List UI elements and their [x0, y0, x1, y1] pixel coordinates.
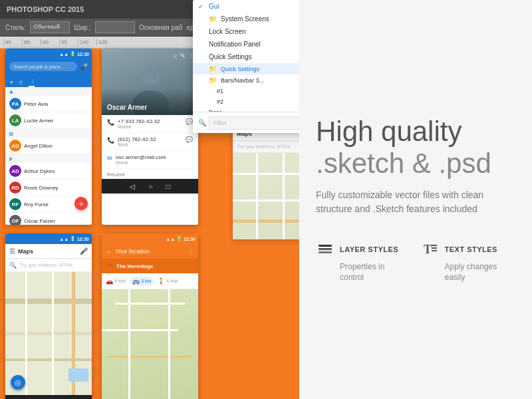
dropdown-item-quick-settings[interactable]: 📁 Quick Settings	[193, 63, 299, 74]
star-icon[interactable]: ☆	[172, 53, 178, 59]
status-time: 12:30	[77, 52, 89, 57]
tab-starred[interactable]: ★	[9, 80, 13, 87]
folder-icon: 📁	[209, 15, 217, 23]
route-road1	[115, 303, 185, 305]
dropdown-item-lock[interactable]: Lock Screen	[193, 25, 299, 38]
back-chevron[interactable]: ←	[106, 248, 112, 255]
more-dots[interactable]: ⋮	[188, 248, 194, 255]
avatar: AD	[9, 140, 21, 152]
phone1-item: 📞 +7 333 782-42-32 Mobile 💬	[102, 115, 198, 133]
route-options: 🚗 4 min 🚌 3 km 🚶 4 min	[102, 273, 198, 289]
ruler-marks: 80 85 90 95 100 105	[3, 39, 115, 45]
hamburger-icon[interactable]: ☰	[9, 247, 15, 255]
dropdown-item-2[interactable]: #2	[193, 96, 299, 107]
svg-rect-3	[319, 251, 332, 253]
search-icon: 🔍	[9, 262, 17, 269]
battery-icon: 🔋	[70, 51, 76, 57]
edit-icon[interactable]: ✎	[180, 53, 186, 59]
status-time: 12:30	[77, 237, 89, 241]
avatar: LA	[9, 114, 21, 126]
battery-icon: 🔋	[176, 236, 182, 241]
map-road-h2	[5, 332, 92, 335]
route-option-transit[interactable]: 🚌 3 km	[130, 277, 154, 286]
map-road-v	[283, 153, 285, 239]
dropdown-item-system-screens[interactable]: 📁 System Screens ▶	[193, 13, 299, 25]
section-header-f: F	[5, 154, 92, 163]
style-label: Стиль:	[5, 24, 26, 31]
title-line1: High quality	[316, 116, 462, 147]
search-placeholder: Search people & place...	[13, 65, 64, 69]
search-input-phone[interactable]: Search people & place...	[9, 62, 77, 71]
dropdown-item-label: Gui	[209, 3, 219, 10]
status-time: 12:30	[184, 237, 196, 241]
map-bg	[233, 153, 299, 239]
width-input[interactable]	[95, 21, 135, 33]
contact-item[interactable]: PA Peter Avia	[5, 96, 92, 112]
contact-name: Rosie Downey	[24, 185, 59, 191]
dropdown-item-quick[interactable]: Quick Settings ▼	[193, 51, 299, 63]
dropdown-item-notif[interactable]: Notification Panel	[193, 38, 299, 51]
email-text: osc.armer@mail.com Home	[116, 154, 193, 165]
maps-small-card: ▲▲ 🔋 12:30 ☰ Maps 🎤 🔍 Try gas stations, …	[5, 233, 92, 399]
dropdown-item-label: #2	[217, 98, 223, 105]
contact-item[interactable]: AD Angel Dillon	[5, 138, 92, 154]
maps-mic-icon[interactable]: 🎤	[80, 247, 88, 255]
status-bar: ▲▲ 🔋 12:30	[5, 49, 92, 59]
contact-name: Roy Furse	[24, 201, 49, 207]
maps-status-bar: ▲▲ 🔋 12:30	[5, 233, 92, 244]
mic-icon: 🎤	[80, 63, 88, 70]
contact-item[interactable]: LA Lucile Armer	[5, 112, 92, 129]
text-svg-icon: T	[422, 241, 438, 257]
map-road-v2	[52, 272, 54, 395]
email-value: osc.armer@mail.com	[116, 154, 193, 160]
svg-text:T: T	[424, 243, 432, 256]
contact-item[interactable]: OF Oscar Farrier	[5, 213, 92, 225]
text-styles-icon: T	[421, 240, 440, 259]
dropdown-item-1[interactable]: #1	[193, 86, 299, 96]
phone-icon2: 📞	[107, 137, 114, 144]
text-styles-title: TEXT STYLES	[445, 245, 497, 253]
maps-right-search-text: Try gas stations, ATMs	[237, 144, 290, 150]
route-road2	[102, 329, 178, 331]
text-styles-header: T TEXT STYLES	[421, 240, 513, 259]
dropdown-bottom-bar: 🔍 Filter ⊞ ⊟ SAVE	[193, 112, 299, 133]
call-icon[interactable]: 💬	[186, 118, 193, 125]
map-road-v1	[25, 272, 27, 395]
contact-photo-name: Oscar Armer	[107, 104, 147, 111]
map-road-h3	[5, 358, 92, 361]
ruler-mark: 90	[41, 39, 59, 45]
maps-right-panel: Maps Try gas stations, ATMs	[233, 126, 299, 239]
message-icon[interactable]: 💬	[186, 136, 193, 143]
home-icon: ○	[148, 183, 152, 190]
battery-icon: 🔋	[70, 236, 76, 241]
style-input[interactable]: Обычный	[30, 21, 70, 33]
dropdown-item-bars[interactable]: 📁 Bars/Navbar 3... ▶	[193, 74, 299, 86]
contacts-large-card: ☆ ✎ ⋮ Oscar Armer 📞 +7 333 782-42-32 Mob…	[102, 49, 198, 225]
features-row: LAYER STYLES Properties in control T TEX…	[316, 240, 512, 284]
ps-title: PHOTOSHOP CC 2015	[7, 5, 84, 13]
feature-layer-styles: LAYER STYLES Properties in control	[316, 240, 408, 284]
dropdown-menu: ✓ Gui 📁 System Screens ▶ Lock Screen Not…	[193, 0, 299, 133]
maps-right-search[interactable]: Try gas stations, ATMs	[233, 141, 299, 153]
tab-contacts[interactable]: 👥	[29, 78, 35, 87]
photo-action-icons: ☆ ✎ ⋮	[172, 53, 194, 59]
walk-icon: 🚶	[158, 278, 165, 285]
dropdown-item-gui[interactable]: ✓ Gui	[193, 0, 299, 13]
route-destination: 📍 The Hermitage	[102, 259, 198, 273]
avatar: AD	[9, 165, 21, 177]
time2-value: 4 min	[166, 279, 178, 283]
pin-icon: 📍	[106, 263, 114, 270]
contact-name: Angel Dillon	[24, 143, 53, 149]
dropdown-item-label: System Screens	[221, 15, 269, 23]
folder-icon: 📁	[209, 76, 217, 84]
phone2-label: Work	[118, 142, 182, 147]
filter-input[interactable]: Filter	[209, 116, 299, 130]
maps-search-bar[interactable]: 🔍 Try gas stations, ATMs	[5, 259, 92, 272]
fab-add-contact[interactable]: +	[74, 197, 88, 210]
tab-recent[interactable]: ⏱	[19, 80, 23, 87]
distance-value: 3 km	[141, 279, 151, 283]
check-icon: ✓	[198, 3, 205, 10]
location-button[interactable]: ◎	[11, 375, 25, 390]
contact-item[interactable]: RD Rosie Downey	[5, 180, 92, 196]
contact-item[interactable]: AD Arthur Dykes	[5, 163, 92, 180]
